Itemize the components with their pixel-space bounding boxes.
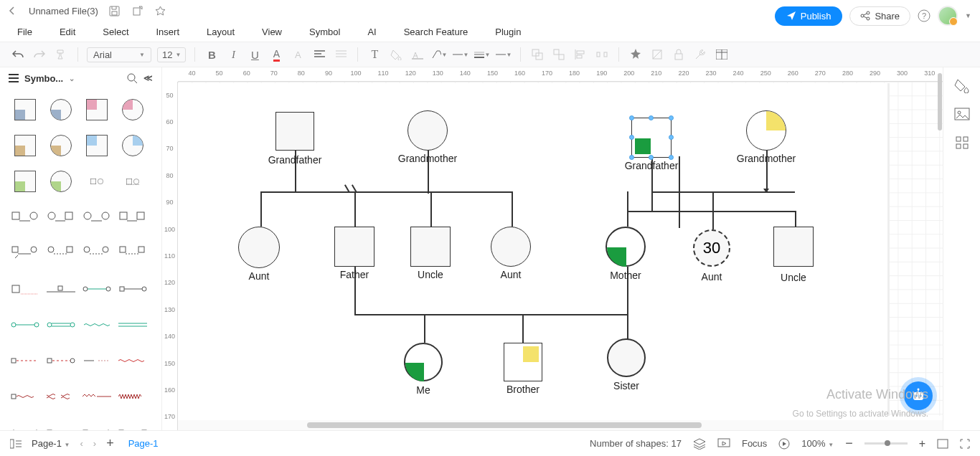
menu-view[interactable]: View (262, 27, 282, 37)
symbol-item[interactable] (82, 204, 112, 231)
menu-edit[interactable]: Edit (60, 27, 75, 37)
symbol-item[interactable] (118, 419, 148, 430)
symbol-item[interactable] (118, 168, 148, 195)
lock-icon[interactable] (671, 47, 687, 62)
symbol-item[interactable] (10, 168, 40, 195)
add-page-button[interactable]: + (106, 436, 114, 451)
menu-search-feature[interactable]: Search Feature (404, 27, 468, 37)
image-tool-icon[interactable] (954, 108, 970, 122)
symbol-item[interactable] (10, 383, 40, 410)
ai-assistant-button[interactable] (904, 381, 933, 410)
highlight-icon[interactable] (410, 47, 425, 62)
presentation-icon[interactable] (717, 438, 730, 450)
symbol-item[interactable] (46, 132, 76, 159)
symbol-item[interactable] (10, 419, 40, 430)
symbol-item[interactable] (10, 239, 40, 267)
shape-father[interactable]: Father (334, 227, 374, 267)
shape-grandfather-1[interactable]: Grandfather (275, 112, 314, 151)
menu-insert[interactable]: Insert (156, 27, 180, 37)
tools-icon[interactable] (692, 47, 708, 62)
symbol-item[interactable] (118, 275, 148, 303)
symbol-item[interactable] (82, 383, 112, 410)
save-icon[interactable] (108, 4, 121, 17)
back-icon[interactable] (6, 4, 19, 17)
shape-me[interactable]: Me (404, 343, 443, 381)
distribute-icon[interactable] (594, 47, 610, 62)
ungroup-icon[interactable] (551, 47, 567, 62)
line-weight-icon[interactable]: ▼ (474, 47, 490, 62)
page-dropdown[interactable]: Page-1 ▼ (32, 438, 70, 449)
connector-icon[interactable]: ▼ (431, 47, 447, 62)
layers-icon[interactable] (693, 438, 706, 450)
shape-uncle-2[interactable]: Uncle (773, 227, 814, 267)
menu-select[interactable]: Select (103, 27, 128, 37)
page-tab[interactable]: Page-1 (124, 435, 163, 452)
symbol-item[interactable] (118, 132, 148, 159)
play-icon[interactable] (778, 438, 790, 450)
help-icon[interactable]: ? (918, 9, 930, 22)
symbol-item[interactable] (46, 204, 76, 231)
panel-expand-icon[interactable]: ⌄ (69, 75, 75, 82)
bold-icon[interactable]: B (204, 47, 220, 62)
export-icon[interactable] (131, 4, 144, 17)
group-icon[interactable] (529, 47, 545, 62)
symbol-item[interactable] (118, 96, 148, 123)
symbol-item[interactable] (82, 168, 112, 195)
align-left-icon[interactable] (573, 47, 588, 62)
underline-icon[interactable]: U (247, 47, 263, 62)
collapse-icon[interactable]: ≪ (143, 73, 153, 83)
symbol-item[interactable] (82, 239, 112, 267)
canvas[interactable]: Grandfather Grandmother Grandfather Gran… (178, 82, 943, 416)
symbol-item[interactable] (46, 239, 76, 267)
scrollbar-vertical[interactable] (938, 73, 942, 130)
symbol-item[interactable] (46, 383, 76, 410)
fill-tool-icon[interactable] (954, 77, 970, 93)
symbol-item[interactable] (10, 347, 40, 374)
shape-grandfather-2[interactable]: Grandfather (631, 118, 672, 158)
shape-mother[interactable]: Mother (606, 227, 646, 267)
font-color-icon[interactable]: A (268, 47, 284, 62)
italic-icon[interactable]: I (225, 47, 241, 62)
zoom-slider[interactable] (864, 442, 908, 445)
menu-ai[interactable]: AI (367, 27, 376, 37)
shape-brother[interactable]: Brother (504, 343, 542, 381)
symbol-item[interactable] (118, 347, 148, 374)
table-icon[interactable] (714, 47, 730, 62)
text-tool-icon[interactable]: T (367, 47, 382, 62)
symbol-item[interactable] (82, 275, 112, 303)
font-select[interactable]: Arial▼ (87, 47, 151, 62)
symbol-item[interactable] (10, 96, 40, 123)
lock-aspect-icon[interactable] (649, 47, 665, 62)
symbol-item[interactable] (82, 311, 112, 338)
symbol-item[interactable] (10, 275, 40, 303)
shape-aunt-1[interactable]: Aunt (238, 227, 280, 268)
zoom-out-icon[interactable]: − (845, 436, 853, 451)
zoom-in-icon[interactable]: + (919, 437, 925, 450)
star-icon[interactable] (154, 4, 167, 17)
prev-page-icon[interactable]: ‹ (80, 438, 83, 449)
symbol-item[interactable] (46, 311, 76, 338)
arrow-style-icon[interactable]: ▼ (496, 47, 512, 62)
align-icon[interactable] (311, 47, 327, 62)
font-size-select[interactable]: 12▼ (157, 47, 186, 62)
symbol-item[interactable] (10, 204, 40, 231)
symbol-item[interactable] (46, 347, 76, 374)
apps-icon[interactable] (956, 136, 969, 149)
menu-layout[interactable]: Layout (207, 27, 235, 37)
publish-button[interactable]: Publish (775, 6, 843, 26)
symbol-item[interactable] (46, 419, 76, 430)
ai-style-icon[interactable] (628, 47, 644, 62)
symbol-item[interactable] (10, 311, 40, 338)
avatar-caret-icon[interactable]: ▼ (965, 12, 971, 19)
avatar[interactable] (938, 6, 958, 26)
symbol-item[interactable] (82, 132, 112, 159)
line-style-icon[interactable]: ▼ (453, 47, 468, 62)
symbol-item[interactable] (118, 311, 148, 338)
symbol-item[interactable] (118, 204, 148, 231)
symbol-item[interactable] (46, 275, 76, 303)
symbol-item[interactable] (82, 347, 112, 374)
menu-file[interactable]: File (17, 27, 32, 37)
symbol-item[interactable] (118, 239, 148, 267)
redo-icon[interactable] (32, 47, 47, 62)
fill-icon[interactable] (388, 47, 404, 62)
